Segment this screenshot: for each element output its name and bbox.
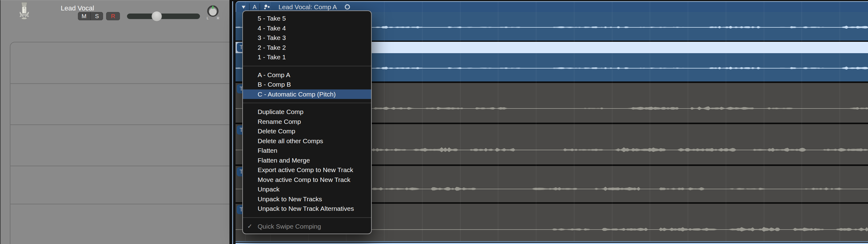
menu-item-label: 4 - Take 4 <box>258 25 286 32</box>
volume-slider-thumb[interactable] <box>152 11 162 22</box>
disclosure-triangle-icon[interactable]: ▼ <box>241 4 247 10</box>
menu-item-label: Flatten <box>258 147 277 154</box>
menu-item-delete-all-other-comps[interactable]: Delete all other Comps <box>243 136 371 146</box>
active-comp-letter[interactable]: A <box>253 4 257 10</box>
solo-button[interactable]: S <box>91 12 103 20</box>
menu-item-label: Flatten and Merge <box>258 157 310 164</box>
menu-item-label: Delete all other Comps <box>258 137 323 144</box>
menu-item-label: Duplicate Comp <box>258 108 303 115</box>
menu-item-label: B - Comp B <box>258 81 291 88</box>
menu-item-4-take-4[interactable]: 4 - Take 4 <box>243 23 371 33</box>
menu-item-label: 1 - Take 1 <box>258 53 286 60</box>
next-region-border <box>236 243 868 244</box>
menu-item-label: Rename Comp <box>258 118 301 125</box>
menu-item-5-take-5[interactable]: 5 - Take 5 <box>243 13 371 23</box>
menu-item-label: Export active Comp to New Track <box>258 166 353 173</box>
lane-separator <box>10 83 230 84</box>
lane-separator <box>10 204 230 205</box>
record-enable-button[interactable]: R <box>106 12 120 20</box>
menu-item-unpack-to-new-track-alternatives[interactable]: Unpack to New Track Alternatives <box>243 204 371 214</box>
menu-divider <box>243 217 371 218</box>
menu-divider <box>243 66 371 66</box>
lane-separator <box>10 125 230 125</box>
menu-item-1-take-1[interactable]: 1 - Take 1 <box>243 52 371 62</box>
menu-item-label: 2 - Take 2 <box>258 44 286 51</box>
menu-item-label: Delete Comp <box>258 128 296 135</box>
lane-header-area <box>10 42 229 244</box>
menu-item-flatten-and-merge[interactable]: Flatten and Merge <box>243 156 371 165</box>
checkmark-icon: ✓ <box>247 222 252 232</box>
menu-item-c-automatic-comp-pitch[interactable]: C - Automatic Comp (Pitch) <box>243 89 371 99</box>
menu-item-unpack-to-new-tracks[interactable]: Unpack to New Tracks <box>243 194 371 204</box>
pan-left-label: L <box>207 16 209 20</box>
take-folder-title: Lead Vocal: Comp A <box>279 3 337 11</box>
track-name[interactable]: Lead Vocal <box>61 4 94 12</box>
menu-divider <box>243 103 371 103</box>
status-circle-icon[interactable] <box>345 4 350 9</box>
menu-item-export-active-comp-to-new-track[interactable]: Export active Comp to New Track <box>243 165 371 175</box>
menu-item-3-take-3[interactable]: 3 - Take 3 <box>243 33 371 43</box>
menu-item-label: 5 - Take 5 <box>258 15 286 22</box>
menu-item-label: Unpack <box>258 186 279 193</box>
menu-item-b-comp-b[interactable]: B - Comp B <box>243 80 371 89</box>
menu-item-label: Quick Swipe Comping <box>258 223 321 230</box>
take-folder-icon <box>263 4 271 10</box>
menu-item-label: 3 - Take 3 <box>258 34 286 41</box>
menu-item-delete-comp[interactable]: Delete Comp <box>243 126 371 136</box>
menu-item-label: Unpack to New Tracks <box>258 195 322 202</box>
menu-item-label: A - Comp A <box>258 71 290 78</box>
menu-item-label: Move active Comp to New Track <box>258 176 350 183</box>
menu-item-rename-comp[interactable]: Rename Comp <box>243 117 371 127</box>
menu-item-flatten[interactable]: Flatten <box>243 146 371 156</box>
mute-solo-group: M S <box>78 12 103 20</box>
track-header-panel: Lead Vocal M S R L R <box>0 0 229 244</box>
mute-button[interactable]: M <box>78 12 91 20</box>
selected-region-border <box>232 1 233 244</box>
menu-item-a-comp-a[interactable]: A - Comp A <box>243 70 371 80</box>
pan-knob[interactable]: L R <box>207 5 219 20</box>
menu-item-label: C - Automatic Comp (Pitch) <box>258 91 336 98</box>
menu-item-label: Unpack to New Track Alternatives <box>258 205 354 212</box>
lane-separator <box>10 166 230 166</box>
menu-item-quick-swipe-comping: ✓Quick Swipe Comping <box>243 222 371 232</box>
menu-item-move-active-comp-to-new-track[interactable]: Move active Comp to New Track <box>243 175 371 185</box>
menu-item-unpack[interactable]: Unpack <box>243 184 371 194</box>
volume-slider[interactable] <box>127 13 200 19</box>
menu-item-duplicate-comp[interactable]: Duplicate Comp <box>243 107 371 117</box>
comp-menu: 5 - Take 54 - Take 43 - Take 32 - Take 2… <box>242 10 372 234</box>
menu-item-2-take-2[interactable]: 2 - Take 2 <box>243 43 371 53</box>
pan-right-label: R <box>217 16 219 20</box>
microphone-icon <box>18 2 31 20</box>
